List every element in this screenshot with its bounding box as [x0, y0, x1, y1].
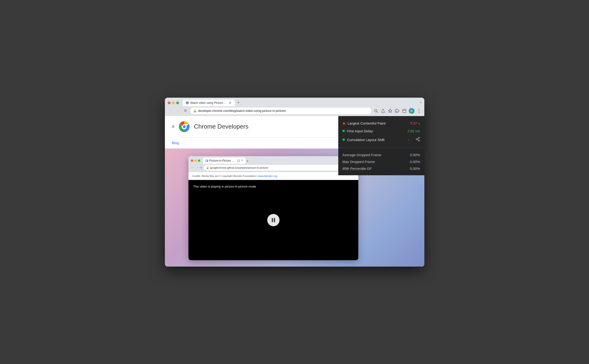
svg-point-9	[183, 125, 186, 128]
inner-reload-button: ⟳	[200, 166, 202, 169]
inner-active-tab: Picture-in-Picture Sample ⊡ ✕	[203, 158, 246, 164]
percentile-label: 95th Percentile DF	[343, 167, 410, 170]
close-button[interactable]	[168, 101, 171, 104]
search-icon[interactable]	[373, 108, 379, 113]
svg-line-15	[417, 139, 418, 140]
svg-point-3	[375, 110, 377, 112]
reload-button[interactable]: ⟳	[183, 108, 188, 114]
menu-icon[interactable]: ⋮	[416, 108, 421, 113]
active-tab[interactable]: Watch video using Picture-in-P ✕	[183, 100, 235, 106]
bookmark-icon[interactable]	[388, 108, 393, 113]
back-button[interactable]: ←	[168, 108, 173, 114]
pause-bar-right	[274, 218, 275, 222]
inner-tab-favicon	[206, 159, 208, 162]
inner-tab-pip-icon: ⊡	[237, 159, 240, 162]
inner-maximize-button	[198, 159, 200, 162]
inner-close-button	[191, 159, 193, 162]
inner-tabs: Picture-in-Picture Sample ⊡ ✕ +	[203, 158, 356, 164]
blog-link[interactable]: Blog	[172, 141, 179, 145]
pause-icon	[272, 218, 275, 222]
inner-address-bar: ← → ⟳ 🔒 googlechrome.github.io/samples/p…	[188, 164, 358, 172]
tab-list-chevron[interactable]: ›	[420, 100, 421, 106]
video-area: This video is playing in picture-in-pict…	[188, 180, 358, 260]
inner-minimize-button	[194, 159, 197, 162]
cls-label: Cumulative Layout Shift	[347, 138, 406, 142]
inner-lock-icon: 🔒	[206, 166, 209, 169]
hamburger-menu[interactable]: ≡	[172, 124, 175, 129]
svg-rect-6	[403, 109, 406, 112]
minimize-button[interactable]	[172, 101, 175, 104]
avg-dropped-label: Average Dropped Frame	[343, 153, 410, 157]
max-dropped-value: 0.00%	[410, 160, 420, 164]
cls-indicator	[343, 138, 345, 141]
tabs-container: Watch video using Picture-in-P ✕ +	[183, 100, 418, 106]
fid-label: First Input Delay	[347, 129, 405, 133]
inner-url-text: googlechrome.github.io/samples/picture-i…	[210, 166, 268, 169]
traffic-lights	[168, 101, 179, 104]
browser-tab-bar: Watch video using Picture-in-P ✕ + ›	[165, 98, 424, 106]
fid-row: First Input Delay 2.82 ms	[343, 127, 420, 135]
share-icon[interactable]	[415, 137, 420, 143]
percentile-row: 95th Percentile DF 0.00%	[343, 165, 420, 172]
cls-row: Cumulative Layout Shift -	[343, 135, 420, 145]
pause-button[interactable]	[267, 214, 279, 226]
frame-metrics-section: Average Dropped Frame 0.00% Max Dropped …	[338, 148, 424, 175]
lcp-indicator	[343, 122, 345, 124]
cls-value: -	[408, 138, 409, 142]
svg-point-12	[418, 137, 419, 138]
inner-new-tab-button: +	[246, 159, 249, 163]
inner-traffic-lights	[191, 159, 200, 162]
tab-title: Watch video using Picture-in-P	[190, 101, 227, 104]
tab-favicon	[186, 101, 189, 104]
tab-close-button[interactable]: ✕	[228, 101, 232, 105]
inner-tab-actions: ⊡ ✕	[237, 159, 243, 162]
chrome-logo	[178, 121, 190, 133]
fid-indicator	[343, 130, 345, 132]
core-vitals-section: Largest Contentful Paint 5.57 s First In…	[338, 116, 424, 148]
svg-line-16	[417, 138, 418, 139]
svg-point-13	[416, 138, 417, 140]
inner-tab-close: ✕	[241, 159, 243, 162]
profile-avatar[interactable]: G	[409, 108, 414, 114]
url-text: developer.chrome.com/blog/watch-video-us…	[198, 109, 369, 112]
inner-page-content: Credits: Media files are © copyright Ble…	[188, 172, 358, 260]
window-icon[interactable]	[402, 108, 407, 113]
toolbar-icons: G ⋮	[373, 108, 421, 114]
browser-window: Watch video using Picture-in-P ✕ + › ← →…	[165, 98, 424, 266]
main-content: ≡	[165, 116, 424, 266]
svg-point-14	[418, 140, 419, 141]
max-dropped-row: Max Dropped Frame 0.00%	[343, 158, 420, 165]
max-dropped-label: Max Dropped Frame	[343, 160, 410, 164]
inner-forward-button: →	[195, 166, 198, 169]
share-icon[interactable]	[381, 108, 386, 113]
address-input[interactable]: 🔒 developer.chrome.com/blog/watch-video-…	[190, 108, 371, 114]
percentile-value: 0.00%	[410, 167, 420, 170]
lcp-label: Largest Contentful Paint	[348, 121, 408, 125]
maximize-button[interactable]	[176, 101, 179, 104]
inner-tab-bar: Picture-in-Picture Sample ⊡ ✕ +	[188, 156, 358, 164]
lock-icon: 🔒	[193, 109, 197, 112]
address-bar: ← → ⟳ 🔒 developer.chrome.com/blog/watch-…	[165, 106, 424, 116]
lcp-row: Largest Contentful Paint 5.57 s	[343, 119, 420, 127]
inner-browser-window: Picture-in-Picture Sample ⊡ ✕ + ←	[188, 156, 358, 260]
svg-line-4	[377, 111, 378, 112]
svg-marker-5	[388, 109, 392, 112]
pause-bar-left	[272, 218, 273, 222]
avg-dropped-row: Average Dropped Frame 0.00%	[343, 151, 420, 158]
site-title: Chrome Developers	[194, 123, 248, 130]
performance-overlay: Largest Contentful Paint 5.57 s First In…	[338, 116, 424, 175]
blender-link[interactable]: www.blender.org	[258, 175, 277, 177]
extension-icon[interactable]	[395, 108, 400, 113]
video-text: This video is playing in picture-in-pict…	[193, 185, 256, 188]
credits-text: Credits: Media files are © copyright Ble…	[188, 172, 358, 180]
svg-rect-11	[207, 160, 208, 161]
inner-tab-title: Picture-in-Picture Sample	[209, 159, 235, 162]
fid-value: 2.82 ms	[407, 129, 420, 133]
avg-dropped-value: 0.00%	[410, 153, 420, 157]
inner-address-input: 🔒 googlechrome.github.io/samples/picture…	[204, 165, 356, 170]
lcp-value: 5.57 s	[410, 121, 420, 125]
forward-button[interactable]: →	[175, 108, 181, 114]
new-tab-button[interactable]: +	[236, 100, 241, 106]
inner-back-button: ←	[191, 166, 194, 169]
